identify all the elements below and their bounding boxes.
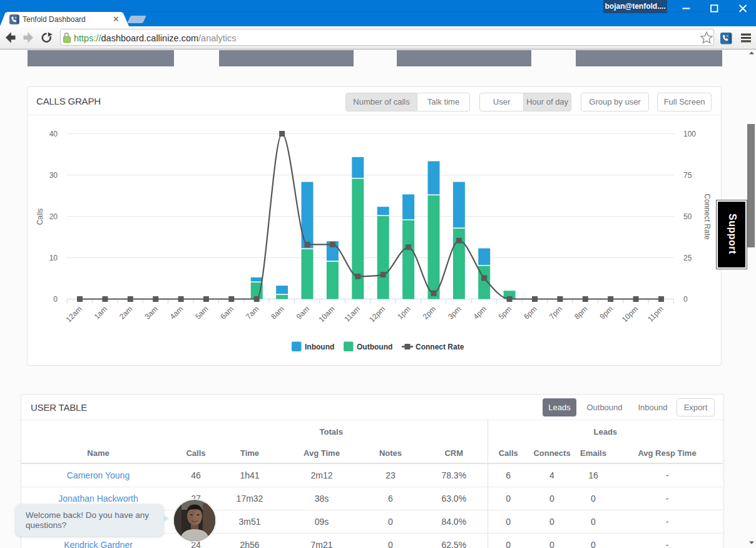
svg-text:20: 20 bbox=[49, 212, 58, 221]
svg-text:Calls: Calls bbox=[36, 209, 44, 225]
svg-text:3pm: 3pm bbox=[446, 304, 462, 321]
svg-text:2pm: 2pm bbox=[421, 304, 437, 321]
svg-text:100: 100 bbox=[683, 130, 696, 138]
svg-text:1pm: 1pm bbox=[396, 304, 412, 321]
svg-text:30: 30 bbox=[49, 171, 58, 180]
svg-text:6pm: 6pm bbox=[522, 304, 538, 321]
svg-text:12pm: 12pm bbox=[367, 304, 387, 324]
svg-text:75: 75 bbox=[683, 171, 692, 180]
svg-text:40: 40 bbox=[49, 130, 58, 138]
svg-text:12am: 12am bbox=[64, 304, 83, 324]
svg-text:8pm: 8pm bbox=[573, 304, 589, 321]
svg-text:Connect Rate: Connect Rate bbox=[416, 343, 464, 351]
svg-text:3am: 3am bbox=[143, 304, 159, 321]
svg-text:0: 0 bbox=[53, 295, 58, 304]
svg-text:0: 0 bbox=[683, 295, 688, 304]
svg-text:9am: 9am bbox=[295, 304, 311, 321]
svg-text:10pm: 10pm bbox=[620, 304, 640, 324]
svg-text:1am: 1am bbox=[93, 304, 109, 321]
svg-text:10: 10 bbox=[49, 254, 58, 262]
svg-text:6am: 6am bbox=[219, 304, 235, 321]
svg-text:10am: 10am bbox=[317, 304, 336, 324]
svg-text:Outbound: Outbound bbox=[357, 343, 392, 351]
svg-text:25: 25 bbox=[683, 254, 692, 262]
svg-text:5am: 5am bbox=[193, 304, 210, 321]
svg-text:Connect Rate: Connect Rate bbox=[703, 194, 712, 240]
svg-text:4am: 4am bbox=[168, 304, 185, 321]
svg-text:9pm: 9pm bbox=[598, 304, 614, 321]
svg-text:2am: 2am bbox=[118, 304, 134, 321]
svg-text:50: 50 bbox=[683, 212, 692, 221]
svg-text:11am: 11am bbox=[342, 304, 362, 324]
svg-text:5pm: 5pm bbox=[497, 304, 513, 321]
svg-text:11pm: 11pm bbox=[646, 304, 665, 324]
svg-text:4pm: 4pm bbox=[471, 304, 488, 321]
svg-text:7am: 7am bbox=[244, 304, 260, 321]
svg-text:8am: 8am bbox=[269, 304, 285, 321]
svg-text:Inbound: Inbound bbox=[305, 343, 334, 351]
svg-text:7pm: 7pm bbox=[548, 304, 564, 321]
